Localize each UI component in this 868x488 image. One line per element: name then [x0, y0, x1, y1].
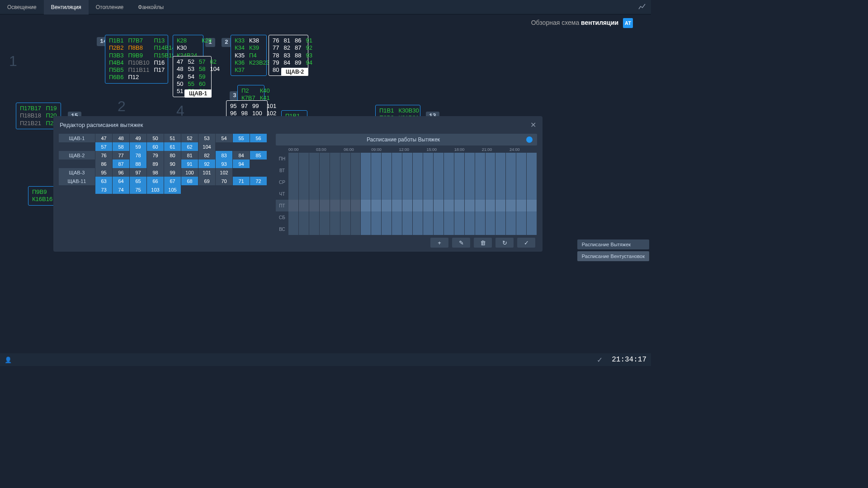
hour-cell[interactable]: [516, 223, 527, 235]
hour-cell[interactable]: [495, 153, 506, 164]
hour-cell[interactable]: [392, 211, 402, 223]
side-button[interactable]: Расписание Вентустановок: [577, 251, 649, 261]
hour-cell[interactable]: [299, 176, 309, 188]
extractor-cell[interactable]: 62: [181, 142, 198, 151]
hour-cell[interactable]: [454, 223, 465, 235]
hour-cell[interactable]: [454, 188, 465, 200]
hour-cell[interactable]: [423, 223, 434, 235]
extractor-cell[interactable]: 84: [233, 151, 250, 160]
hour-cell[interactable]: [361, 188, 371, 200]
hour-cell[interactable]: [475, 176, 486, 188]
hour-cell[interactable]: [392, 200, 402, 211]
hour-cell[interactable]: [527, 164, 537, 176]
extractor-cell[interactable]: 61: [164, 142, 181, 151]
hour-cell[interactable]: [413, 153, 423, 164]
hour-cell[interactable]: [392, 188, 402, 200]
hour-cell[interactable]: [444, 176, 454, 188]
hour-cell[interactable]: [465, 200, 475, 211]
extractor-cell[interactable]: 51: [164, 134, 181, 142]
hour-cell[interactable]: [495, 188, 506, 200]
extractor-cell[interactable]: 48: [113, 134, 129, 142]
hour-cell[interactable]: [495, 176, 506, 188]
hour-cell[interactable]: [434, 164, 444, 176]
extractor-cell[interactable]: 96: [113, 168, 129, 177]
hour-cell[interactable]: [454, 164, 465, 176]
hour-cell[interactable]: [413, 223, 423, 235]
hour-cell[interactable]: [382, 176, 392, 188]
hour-cell[interactable]: [330, 223, 340, 235]
hour-cell[interactable]: [495, 164, 506, 176]
extractor-cell[interactable]: 103: [147, 185, 164, 194]
hour-cell[interactable]: [506, 164, 516, 176]
extractor-cell[interactable]: 60: [147, 142, 164, 151]
extractor-cell[interactable]: 104: [198, 142, 215, 151]
hour-cell[interactable]: [444, 164, 454, 176]
hour-cell[interactable]: [475, 223, 486, 235]
extractor-cell[interactable]: 97: [130, 168, 146, 177]
hour-cell[interactable]: [299, 200, 309, 211]
extractor-cell[interactable]: 52: [181, 134, 198, 142]
hour-cell[interactable]: [527, 188, 537, 200]
hour-cell[interactable]: [486, 211, 496, 223]
hour-cell[interactable]: [402, 211, 413, 223]
hour-cell[interactable]: [413, 200, 423, 211]
hour-cell[interactable]: [486, 176, 496, 188]
hour-cell[interactable]: [382, 153, 392, 164]
extractor-cell[interactable]: 73: [95, 185, 112, 194]
extractor-cell[interactable]: 70: [216, 177, 232, 185]
add-button[interactable]: +: [430, 238, 448, 248]
hour-cell[interactable]: [444, 211, 454, 223]
extractor-cell[interactable]: 99: [164, 168, 181, 177]
hour-cell[interactable]: [392, 164, 402, 176]
hour-cell[interactable]: [392, 176, 402, 188]
extractor-cell[interactable]: 93: [216, 160, 232, 168]
hour-cell[interactable]: [434, 223, 444, 235]
hour-cell[interactable]: [320, 188, 330, 200]
extractor-cell[interactable]: 105: [164, 185, 181, 194]
hour-cell[interactable]: [351, 188, 361, 200]
hour-cell[interactable]: [371, 211, 382, 223]
hour-cell[interactable]: [288, 200, 299, 211]
hour-cell[interactable]: [392, 153, 402, 164]
hour-cell[interactable]: [351, 153, 361, 164]
extractor-cell[interactable]: 57: [95, 142, 112, 151]
extractor-cell[interactable]: 83: [216, 151, 232, 160]
hour-cell[interactable]: [444, 153, 454, 164]
hour-cell[interactable]: [465, 223, 475, 235]
device-block[interactable]: П1В1П7В7П13П2В2П8В8П14В14П3В3П9В9П15В15П…: [105, 35, 168, 84]
hour-cell[interactable]: [299, 188, 309, 200]
refresh-button[interactable]: ↻: [495, 238, 514, 248]
hour-cell[interactable]: [320, 176, 330, 188]
schedule-grid[interactable]: ПНВТСРЧТПТСБВС: [276, 153, 537, 235]
hour-cell[interactable]: [413, 188, 423, 200]
hour-cell[interactable]: [361, 164, 371, 176]
extractor-cell[interactable]: 72: [250, 177, 267, 185]
extractor-cell[interactable]: 78: [130, 151, 146, 160]
extractor-cell[interactable]: 68: [181, 177, 198, 185]
extractor-cell[interactable]: 65: [130, 177, 146, 185]
hour-cell[interactable]: [434, 176, 444, 188]
edit-button[interactable]: ✎: [452, 238, 470, 248]
user-icon[interactable]: 👤: [5, 357, 12, 363]
hour-cell[interactable]: [423, 211, 434, 223]
hour-cell[interactable]: [423, 153, 434, 164]
hour-cell[interactable]: [475, 188, 486, 200]
hour-cell[interactable]: [288, 153, 299, 164]
hour-cell[interactable]: [486, 223, 496, 235]
hour-cell[interactable]: [288, 223, 299, 235]
hour-cell[interactable]: [402, 176, 413, 188]
hour-cell[interactable]: [527, 200, 537, 211]
hour-cell[interactable]: [371, 200, 382, 211]
hour-cell[interactable]: [454, 200, 465, 211]
hour-cell[interactable]: [371, 164, 382, 176]
hour-cell[interactable]: [465, 153, 475, 164]
hour-cell[interactable]: [506, 223, 516, 235]
extractor-cell[interactable]: 100: [181, 168, 198, 177]
hour-cell[interactable]: [486, 164, 496, 176]
hour-cell[interactable]: [454, 211, 465, 223]
hour-cell[interactable]: [506, 153, 516, 164]
hour-cell[interactable]: [423, 188, 434, 200]
hour-cell[interactable]: [382, 188, 392, 200]
hour-cell[interactable]: [516, 176, 527, 188]
hour-cell[interactable]: [465, 188, 475, 200]
